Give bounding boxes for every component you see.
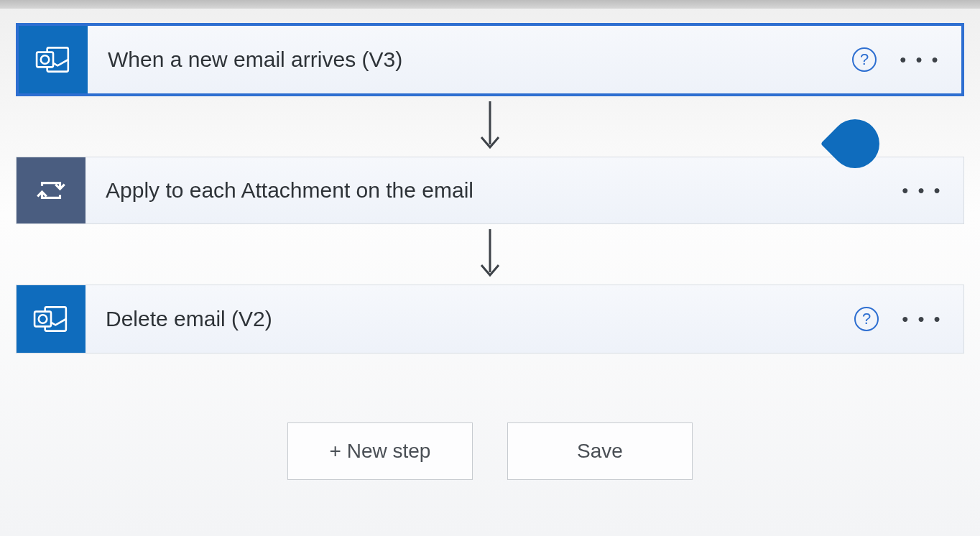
outlook-icon: [17, 285, 85, 353]
flow-arrow: [474, 96, 506, 157]
flow-canvas: When a new email arrives (V3) ? ● ● ● Ap…: [0, 9, 980, 480]
svg-rect-6: [34, 312, 51, 327]
flow-step-foreach[interactable]: Apply to each Attachment on the email ● …: [16, 157, 964, 224]
step-title: When a new email arrives (V3): [108, 47, 852, 72]
more-menu-icon[interactable]: ● ● ●: [899, 307, 946, 331]
window-top-gradient: [0, 0, 980, 9]
step-actions: ? ● ● ●: [854, 307, 946, 331]
save-button[interactable]: Save: [507, 422, 693, 480]
help-icon[interactable]: ?: [852, 47, 877, 72]
svg-rect-1: [37, 52, 53, 68]
flow-step-trigger[interactable]: When a new email arrives (V3) ? ● ● ●: [16, 23, 964, 96]
step-title: Delete email (V2): [106, 307, 854, 331]
step-title: Apply to each Attachment on the email: [106, 178, 899, 203]
footer-buttons: + New step Save: [16, 422, 964, 480]
step-body: Delete email (V2) ? ● ● ●: [85, 285, 963, 353]
new-step-button[interactable]: + New step: [287, 422, 473, 480]
step-actions: ● ● ●: [899, 178, 946, 203]
step-body: When a new email arrives (V3) ? ● ● ●: [88, 26, 961, 93]
step-body: Apply to each Attachment on the email ● …: [85, 157, 963, 223]
outlook-icon: [19, 26, 88, 93]
more-menu-icon[interactable]: ● ● ●: [899, 178, 946, 203]
loop-icon: [17, 157, 85, 223]
step-actions: ? ● ● ●: [852, 47, 944, 72]
flow-step-delete-email[interactable]: Delete email (V2) ? ● ● ●: [16, 285, 964, 354]
help-icon[interactable]: ?: [854, 307, 879, 331]
more-menu-icon[interactable]: ● ● ●: [897, 47, 944, 72]
flow-arrow: [474, 224, 506, 285]
